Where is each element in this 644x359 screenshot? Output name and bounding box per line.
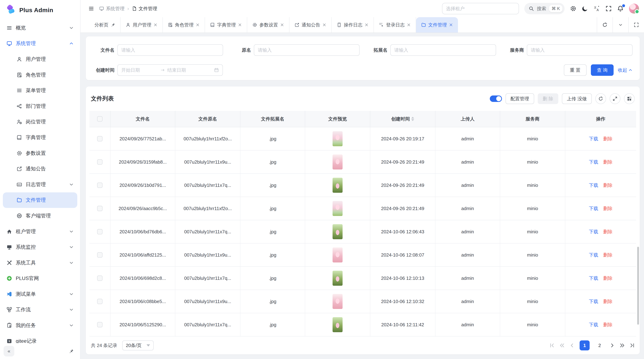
sidebar-item[interactable]: 系统管理 [3, 36, 77, 51]
close-icon[interactable] [407, 23, 411, 27]
remove-link[interactable]: 删除 [603, 298, 612, 305]
filter-field-input[interactable] [117, 44, 223, 56]
file-thumbnail[interactable] [332, 224, 342, 239]
cell-preview[interactable] [305, 267, 370, 290]
collapse-filters-link[interactable]: 收起 [618, 67, 632, 73]
sidebar-item[interactable]: PLUS官网 [3, 271, 77, 286]
tab[interactable]: 操作日志 [332, 17, 374, 32]
sidebar-item[interactable]: 部门管理 [3, 98, 77, 114]
file-thumbnail[interactable] [332, 247, 342, 263]
first-page-button[interactable] [550, 343, 554, 348]
delete-button[interactable]: 删 除 [538, 93, 558, 104]
fullscreen-button[interactable] [605, 5, 612, 12]
file-thumbnail[interactable] [332, 317, 342, 332]
remove-link[interactable]: 删除 [603, 136, 612, 142]
select-all-cell[interactable] [90, 111, 110, 127]
column-header[interactable]: 文件预览 [305, 111, 370, 127]
sidebar-pin-button[interactable] [66, 346, 76, 357]
cell-preview[interactable] [305, 313, 370, 336]
row-select-cell[interactable] [90, 267, 110, 290]
row-select-cell[interactable] [90, 174, 110, 197]
notifications-button[interactable] [617, 5, 624, 12]
download-link[interactable]: 下载 [589, 275, 598, 281]
sidebar-item[interactable]: 文件管理 [3, 192, 77, 208]
file-thumbnail[interactable] [332, 294, 342, 309]
close-icon[interactable] [322, 23, 326, 27]
row-select-cell[interactable] [90, 290, 110, 313]
remove-link[interactable]: 删除 [603, 229, 612, 235]
close-icon[interactable] [364, 23, 368, 27]
row-checkbox[interactable] [97, 299, 102, 304]
column-header[interactable]: 上传人 [436, 111, 500, 127]
sidebar-item[interactable]: 我的任务 [3, 318, 77, 333]
tab[interactable]: 登录日志 [374, 17, 416, 32]
row-checkbox[interactable] [97, 276, 102, 281]
sidebar-item[interactable]: 系统工具 [3, 255, 77, 271]
toolbar-toggle[interactable] [490, 95, 502, 102]
expand-list-button[interactable] [610, 93, 620, 104]
select-all-checkbox[interactable] [97, 116, 102, 122]
download-link[interactable]: 下载 [589, 229, 598, 235]
close-icon[interactable] [238, 23, 242, 27]
close-icon[interactable] [196, 23, 200, 27]
sidebar-item[interactable]: 租户管理 [3, 224, 77, 239]
column-header[interactable]: 服务商 [500, 111, 565, 127]
column-header[interactable]: 创建时间 [370, 111, 436, 127]
brand[interactable]: Plus Admin [0, 0, 80, 20]
page-2-button[interactable]: 2 [595, 341, 605, 351]
tab[interactable]: 参数设置 [247, 17, 290, 32]
download-link[interactable]: 下载 [589, 136, 598, 142]
column-settings-button[interactable] [624, 93, 635, 104]
download-link[interactable]: 下载 [589, 205, 598, 212]
close-icon[interactable] [154, 23, 158, 27]
dark-mode-button[interactable] [582, 5, 588, 12]
tab[interactable]: 用户管理 [120, 17, 163, 32]
prev-page-button[interactable] [570, 343, 574, 348]
sidebar-item[interactable]: 字典管理 [3, 130, 77, 145]
last-page-button[interactable] [630, 343, 635, 348]
close-icon[interactable] [280, 23, 284, 27]
download-link[interactable]: 下载 [589, 322, 598, 328]
row-checkbox[interactable] [97, 252, 102, 258]
table-scrollbar[interactable] [637, 247, 639, 325]
refresh-page-button[interactable] [597, 17, 612, 32]
cell-preview[interactable] [305, 127, 370, 150]
row-select-cell[interactable] [90, 220, 110, 243]
cell-preview[interactable] [305, 290, 370, 313]
page-1-button[interactable]: 1 [580, 341, 590, 351]
cell-preview[interactable] [305, 220, 370, 243]
file-thumbnail[interactable] [332, 178, 342, 193]
row-checkbox[interactable] [97, 229, 102, 234]
remove-link[interactable]: 删除 [603, 159, 612, 165]
sidebar-item[interactable]: 菜单管理 [3, 83, 77, 98]
remove-link[interactable]: 删除 [603, 322, 612, 328]
config-manage-button[interactable]: 配置管理 [506, 93, 534, 104]
row-checkbox[interactable] [97, 206, 102, 211]
filter-field-input[interactable] [390, 44, 496, 56]
tab-menu-button[interactable] [612, 17, 628, 32]
breadcrumb-files[interactable]: 文件管理 [132, 5, 157, 12]
sidebar-item[interactable]: 角色管理 [3, 67, 77, 83]
tab[interactable]: 文件管理 [416, 17, 458, 32]
next-page-button[interactable] [610, 343, 615, 348]
tab[interactable]: 通知公告 [290, 17, 332, 32]
global-search-button[interactable]: 搜索 ⌘ K [524, 3, 564, 14]
row-select-cell[interactable] [90, 127, 110, 150]
sidebar-item[interactable]: 测试菜单 [3, 286, 77, 302]
sidebar-collapse-button[interactable]: « [4, 346, 14, 357]
row-select-cell[interactable] [90, 197, 110, 220]
row-select-cell[interactable] [90, 151, 110, 173]
cell-preview[interactable] [305, 174, 370, 197]
filter-field-input[interactable] [527, 44, 632, 56]
breadcrumb-system[interactable]: 系统管理 [99, 5, 124, 12]
sidebar-item[interactable]: 参数设置 [3, 145, 77, 161]
file-thumbnail[interactable] [332, 201, 342, 216]
tenant-select-input[interactable] [442, 3, 519, 14]
row-checkbox[interactable] [97, 136, 102, 141]
settings-button[interactable] [570, 5, 576, 12]
download-link[interactable]: 下载 [589, 298, 598, 305]
download-link[interactable]: 下载 [589, 182, 598, 188]
cell-preview[interactable] [305, 197, 370, 220]
menu-toggle-button[interactable] [88, 6, 94, 11]
sidebar-item[interactable]: 日志管理 [3, 177, 77, 192]
